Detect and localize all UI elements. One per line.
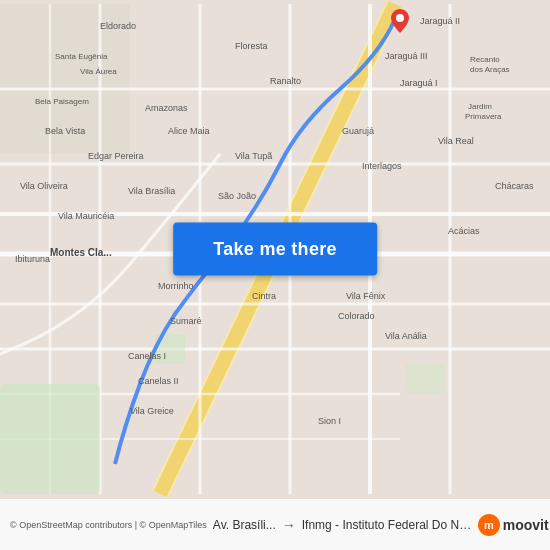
svg-text:Jaraguá I: Jaraguá I <box>400 78 438 88</box>
svg-text:Vila Fênix: Vila Fênix <box>346 291 386 301</box>
svg-text:Primavera: Primavera <box>465 112 502 121</box>
map-attribution: © OpenStreetMap contributors | © OpenMap… <box>10 520 207 530</box>
svg-text:Colorado: Colorado <box>338 311 375 321</box>
svg-text:Canelas II: Canelas II <box>138 376 179 386</box>
route-info: Av. Brasíli... → Ifnmg - Instituto Feder… <box>213 517 472 533</box>
svg-text:Sion I: Sion I <box>318 416 341 426</box>
svg-text:Jaraguá III: Jaraguá III <box>385 51 428 61</box>
svg-text:Floresta: Floresta <box>235 41 268 51</box>
svg-text:dos Araças: dos Araças <box>470 65 510 74</box>
svg-text:Eldorado: Eldorado <box>100 21 136 31</box>
moovit-logo-icon: m <box>478 514 500 536</box>
svg-text:Edgar Pereira: Edgar Pereira <box>88 151 144 161</box>
svg-text:Vila Real: Vila Real <box>438 136 474 146</box>
svg-text:Vila Mauricéia: Vila Mauricéia <box>58 211 114 221</box>
svg-text:Interlagos: Interlagos <box>362 161 402 171</box>
svg-rect-18 <box>405 364 445 394</box>
svg-text:Vila Greice: Vila Greice <box>130 406 174 416</box>
svg-text:Ibituruna: Ibituruna <box>15 254 50 264</box>
svg-text:Acácias: Acácias <box>448 226 480 236</box>
svg-text:Guarujá: Guarujá <box>342 126 374 136</box>
svg-text:Vila Anália: Vila Anália <box>385 331 427 341</box>
route-arrow-icon: → <box>282 517 296 533</box>
take-me-there-button[interactable]: Take me there <box>173 223 377 276</box>
svg-text:Sumaré: Sumaré <box>170 316 202 326</box>
route-destination: Ifnmg - Instituto Federal Do Norte De ..… <box>302 518 472 532</box>
svg-text:Recanto: Recanto <box>470 55 500 64</box>
route-origin: Av. Brasíli... <box>213 518 276 532</box>
svg-text:Montes Cla...: Montes Cla... <box>50 247 112 258</box>
bottom-bar: © OpenStreetMap contributors | © OpenMap… <box>0 498 550 550</box>
svg-rect-16 <box>0 384 100 494</box>
svg-text:Alice Maia: Alice Maia <box>168 126 210 136</box>
svg-text:Vila Tupã: Vila Tupã <box>235 151 272 161</box>
svg-text:Cintra: Cintra <box>252 291 276 301</box>
svg-text:São João: São João <box>218 191 256 201</box>
svg-text:Vila Oliveira: Vila Oliveira <box>20 181 68 191</box>
svg-text:Vila Áurea: Vila Áurea <box>80 67 117 76</box>
map-container: Eldorado Santa Eugênia Vila Áurea Flores… <box>0 0 550 498</box>
svg-point-58 <box>396 14 404 22</box>
svg-text:Santa Eugênia: Santa Eugênia <box>55 52 108 61</box>
svg-text:Chácaras: Chácaras <box>495 181 534 191</box>
svg-text:Canelas I: Canelas I <box>128 351 166 361</box>
svg-text:Vila Brasília: Vila Brasília <box>128 186 175 196</box>
moovit-logo: m moovit <box>478 514 549 536</box>
svg-text:Amazonas: Amazonas <box>145 103 188 113</box>
svg-text:Jardim: Jardim <box>468 102 492 111</box>
svg-text:Ranalto: Ranalto <box>270 76 301 86</box>
moovit-brand-name: moovit <box>503 517 549 533</box>
svg-text:Jaraguá II: Jaraguá II <box>420 16 460 26</box>
svg-text:Bela Vista: Bela Vista <box>45 126 85 136</box>
svg-text:Morrinho: Morrinho <box>158 281 194 291</box>
app: Eldorado Santa Eugênia Vila Áurea Flores… <box>0 0 550 550</box>
svg-text:Bela Paisagem: Bela Paisagem <box>35 97 89 106</box>
